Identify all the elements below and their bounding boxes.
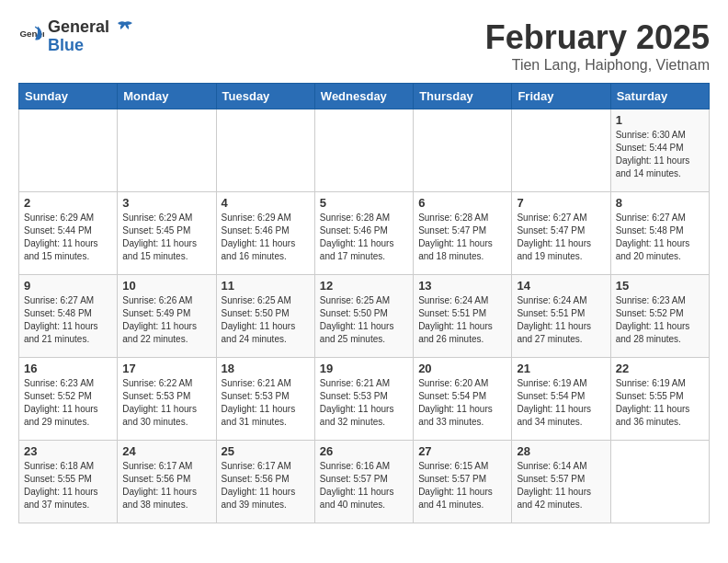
day-cell: 10Sunrise: 6:26 AM Sunset: 5:49 PM Dayli… (118, 275, 216, 358)
week-row-4: 16Sunrise: 6:23 AM Sunset: 5:52 PM Dayli… (19, 358, 710, 441)
day-number: 3 (122, 196, 210, 210)
day-cell: 18Sunrise: 6:21 AM Sunset: 5:53 PM Dayli… (216, 358, 314, 441)
weekday-header-thursday: Thursday (414, 84, 512, 109)
day-cell: 22Sunrise: 6:19 AM Sunset: 5:55 PM Dayli… (610, 358, 709, 441)
day-info: Sunrise: 6:29 AM Sunset: 5:45 PM Dayligh… (122, 212, 210, 263)
day-number: 20 (418, 362, 506, 375)
logo-general-text: General (48, 18, 134, 37)
day-cell (610, 441, 709, 523)
day-info: Sunrise: 6:18 AM Sunset: 5:55 PM Dayligh… (24, 460, 112, 511)
day-number: 14 (517, 279, 605, 293)
day-info: Sunrise: 6:27 AM Sunset: 5:47 PM Dayligh… (517, 212, 605, 263)
day-cell: 11Sunrise: 6:25 AM Sunset: 5:50 PM Dayli… (216, 275, 314, 358)
day-number: 22 (616, 362, 704, 375)
day-info: Sunrise: 6:29 AM Sunset: 5:46 PM Dayligh… (222, 212, 310, 263)
location-title: Tien Lang, Haiphong, Vietnam (485, 57, 710, 74)
day-cell: 3Sunrise: 6:29 AM Sunset: 5:45 PM Daylig… (118, 192, 216, 275)
day-info: Sunrise: 6:28 AM Sunset: 5:47 PM Dayligh… (418, 212, 506, 263)
day-info: Sunrise: 6:23 AM Sunset: 5:52 PM Dayligh… (616, 294, 704, 346)
day-info: Sunrise: 6:27 AM Sunset: 5:48 PM Dayligh… (616, 212, 704, 263)
day-info: Sunrise: 6:28 AM Sunset: 5:46 PM Dayligh… (320, 212, 408, 263)
day-number: 7 (517, 196, 605, 210)
day-info: Sunrise: 6:27 AM Sunset: 5:48 PM Dayligh… (24, 294, 112, 346)
day-cell: 6Sunrise: 6:28 AM Sunset: 5:47 PM Daylig… (414, 192, 512, 275)
day-cell: 16Sunrise: 6:23 AM Sunset: 5:52 PM Dayli… (19, 358, 118, 441)
weekday-header-wednesday: Wednesday (314, 84, 413, 109)
weekday-header-row: SundayMondayTuesdayWednesdayThursdayFrid… (19, 84, 710, 109)
day-info: Sunrise: 6:29 AM Sunset: 5:44 PM Dayligh… (24, 212, 112, 263)
day-cell (314, 109, 413, 192)
day-number: 15 (616, 279, 704, 293)
calendar: SundayMondayTuesdayWednesdayThursdayFrid… (18, 83, 710, 523)
day-number: 21 (517, 362, 605, 375)
day-cell: 24Sunrise: 6:17 AM Sunset: 5:56 PM Dayli… (118, 441, 216, 523)
day-cell: 2Sunrise: 6:29 AM Sunset: 5:44 PM Daylig… (19, 192, 118, 275)
day-info: Sunrise: 6:25 AM Sunset: 5:50 PM Dayligh… (222, 294, 310, 346)
day-info: Sunrise: 6:23 AM Sunset: 5:52 PM Dayligh… (24, 377, 112, 429)
day-info: Sunrise: 6:26 AM Sunset: 5:49 PM Dayligh… (122, 294, 210, 346)
day-cell: 27Sunrise: 6:15 AM Sunset: 5:57 PM Dayli… (414, 441, 512, 523)
day-cell: 9Sunrise: 6:27 AM Sunset: 5:48 PM Daylig… (19, 275, 118, 358)
day-number: 28 (517, 444, 605, 458)
day-cell: 28Sunrise: 6:14 AM Sunset: 5:57 PM Dayli… (512, 441, 610, 523)
week-row-1: 1Sunrise: 6:30 AM Sunset: 5:44 PM Daylig… (19, 109, 710, 192)
title-section: February 2025 Tien Lang, Haiphong, Vietn… (485, 18, 710, 74)
day-cell: 15Sunrise: 6:23 AM Sunset: 5:52 PM Dayli… (610, 275, 709, 358)
logo-blue-text: Blue (48, 37, 134, 53)
day-number: 17 (122, 362, 210, 375)
day-cell: 26Sunrise: 6:16 AM Sunset: 5:57 PM Dayli… (314, 441, 413, 523)
day-info: Sunrise: 6:15 AM Sunset: 5:57 PM Dayligh… (418, 460, 506, 511)
day-cell: 8Sunrise: 6:27 AM Sunset: 5:48 PM Daylig… (610, 192, 709, 275)
day-number: 16 (24, 362, 112, 375)
day-cell: 12Sunrise: 6:25 AM Sunset: 5:50 PM Dayli… (314, 275, 413, 358)
weekday-header-tuesday: Tuesday (216, 84, 314, 109)
day-cell: 5Sunrise: 6:28 AM Sunset: 5:46 PM Daylig… (314, 192, 413, 275)
day-info: Sunrise: 6:30 AM Sunset: 5:44 PM Dayligh… (616, 129, 704, 180)
day-number: 26 (320, 444, 408, 458)
day-number: 2 (24, 196, 112, 210)
day-number: 11 (222, 279, 310, 293)
day-number: 9 (24, 279, 112, 293)
day-number: 12 (320, 279, 408, 293)
day-cell (19, 109, 118, 192)
day-number: 13 (418, 279, 506, 293)
week-row-5: 23Sunrise: 6:18 AM Sunset: 5:55 PM Dayli… (19, 441, 710, 523)
weekday-header-monday: Monday (118, 84, 216, 109)
day-cell (216, 109, 314, 192)
day-cell: 25Sunrise: 6:17 AM Sunset: 5:56 PM Dayli… (216, 441, 314, 523)
day-cell (414, 109, 512, 192)
month-title: February 2025 (485, 18, 710, 57)
day-cell: 13Sunrise: 6:24 AM Sunset: 5:51 PM Dayli… (414, 275, 512, 358)
day-info: Sunrise: 6:22 AM Sunset: 5:53 PM Dayligh… (122, 377, 210, 429)
header: General General Blue February 2025 Tien … (18, 18, 710, 74)
day-number: 8 (616, 196, 704, 210)
day-info: Sunrise: 6:19 AM Sunset: 5:54 PM Dayligh… (517, 377, 605, 429)
day-info: Sunrise: 6:20 AM Sunset: 5:54 PM Dayligh… (418, 377, 506, 429)
day-number: 18 (222, 362, 310, 375)
day-number: 19 (320, 362, 408, 375)
day-cell: 4Sunrise: 6:29 AM Sunset: 5:46 PM Daylig… (216, 192, 314, 275)
day-cell: 1Sunrise: 6:30 AM Sunset: 5:44 PM Daylig… (610, 109, 709, 192)
day-number: 25 (222, 444, 310, 458)
week-row-3: 9Sunrise: 6:27 AM Sunset: 5:48 PM Daylig… (19, 275, 710, 358)
logo-icon: General (18, 23, 44, 49)
day-cell: 20Sunrise: 6:20 AM Sunset: 5:54 PM Dayli… (414, 358, 512, 441)
day-number: 23 (24, 444, 112, 458)
day-number: 4 (222, 196, 310, 210)
day-info: Sunrise: 6:16 AM Sunset: 5:57 PM Dayligh… (320, 460, 408, 511)
day-number: 27 (418, 444, 506, 458)
day-info: Sunrise: 6:21 AM Sunset: 5:53 PM Dayligh… (320, 377, 408, 429)
day-number: 1 (616, 113, 704, 127)
logo: General General Blue (18, 18, 134, 53)
logo-general: General (48, 17, 109, 36)
day-info: Sunrise: 6:19 AM Sunset: 5:55 PM Dayligh… (616, 377, 704, 429)
day-cell: 17Sunrise: 6:22 AM Sunset: 5:53 PM Dayli… (118, 358, 216, 441)
day-cell: 19Sunrise: 6:21 AM Sunset: 5:53 PM Dayli… (314, 358, 413, 441)
day-number: 6 (418, 196, 506, 210)
day-cell: 23Sunrise: 6:18 AM Sunset: 5:55 PM Dayli… (19, 441, 118, 523)
day-info: Sunrise: 6:17 AM Sunset: 5:56 PM Dayligh… (222, 460, 310, 511)
day-info: Sunrise: 6:17 AM Sunset: 5:56 PM Dayligh… (122, 460, 210, 511)
weekday-header-sunday: Sunday (19, 84, 118, 109)
day-info: Sunrise: 6:25 AM Sunset: 5:50 PM Dayligh… (320, 294, 408, 346)
day-info: Sunrise: 6:24 AM Sunset: 5:51 PM Dayligh… (517, 294, 605, 346)
